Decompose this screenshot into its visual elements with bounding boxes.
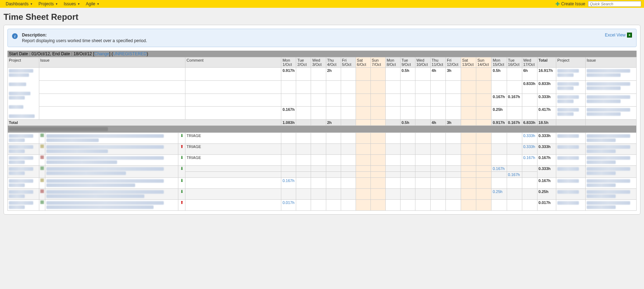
cell-day-15 — [507, 68, 522, 81]
hours-link[interactable]: 0.333h — [523, 134, 535, 138]
total-day-12 — [461, 120, 476, 126]
hours-link[interactable]: 0.167h — [508, 172, 520, 177]
nav-agile[interactable]: Agile▼ — [83, 1, 103, 6]
cell-day-6 — [370, 200, 385, 211]
cell-day-13 — [476, 189, 491, 200]
unregistered-link[interactable]: UNREGISTERED — [113, 51, 146, 56]
cell-day-2 — [311, 178, 326, 189]
timesheet-table: ProjectIssueCommentMon1/OctTue2/OctWed3/… — [7, 57, 637, 211]
cell-day-9 — [415, 178, 430, 189]
cell-day-3 — [326, 189, 341, 200]
row-total: 0.333h — [537, 94, 556, 107]
cell-day-14 — [491, 80, 507, 94]
cell-day-11 — [445, 178, 461, 189]
hours-link[interactable]: 0.167h — [282, 178, 294, 183]
quick-search-input[interactable] — [588, 1, 641, 7]
issue-type-cell — [39, 189, 45, 200]
priority-low-icon: ⬇ — [180, 178, 184, 183]
cell-day-16 — [522, 107, 537, 120]
cell-day-4 — [341, 166, 356, 172]
cell-day-15 — [507, 155, 522, 166]
table-row: ⬇0.167h0.167h — [8, 178, 637, 189]
cell-day-16 — [522, 200, 537, 211]
cell-day-16 — [522, 178, 537, 189]
cell-day-16 — [522, 166, 537, 172]
cell-day-16: 6h — [522, 68, 537, 81]
issue-summary-cell — [45, 133, 178, 144]
cell-day-8 — [400, 80, 415, 94]
issue-right-cell — [585, 107, 636, 120]
total-day-6 — [370, 120, 385, 126]
hours-link[interactable]: 0.167h — [523, 155, 535, 160]
issue-summary-cell — [45, 144, 178, 155]
cell-day-12 — [461, 189, 476, 200]
cell-day-10 — [430, 80, 445, 94]
comment-cell — [185, 178, 281, 189]
table-row: 0.167h0.25h0.417h — [8, 107, 637, 120]
cell-day-3 — [326, 80, 341, 94]
table-row: ⬆TRIAGE0.333h0.333h — [8, 144, 637, 155]
cell-day-14: 0.25h — [491, 189, 507, 200]
th-day-6: Sun7/Oct — [370, 57, 385, 68]
cell-day-13 — [476, 166, 491, 172]
project-cell — [8, 133, 39, 144]
cell-day-3 — [326, 155, 341, 166]
cell-day-7 — [385, 133, 400, 144]
issue-type-cell — [39, 166, 45, 178]
cell-day-1 — [296, 107, 311, 120]
cell-day-4 — [341, 189, 356, 200]
th-day-0: Mon1/Oct — [281, 57, 296, 68]
cell-day-7 — [385, 155, 400, 166]
chevron-down-icon: ▼ — [97, 2, 99, 6]
cell-day-14: 0.5h — [491, 68, 507, 81]
row-total: 0.25h — [537, 189, 556, 200]
cell-day-5 — [356, 200, 370, 211]
create-issue-button[interactable]: ✚ Create Issue — [556, 1, 585, 7]
table-row: ⬇TRIAGE0.333h0.333h — [8, 133, 637, 144]
change-link[interactable]: Change — [94, 51, 109, 56]
priority-cell: ⬆ — [178, 200, 185, 211]
th-day-16: Wed17/Oct — [522, 57, 537, 68]
cell-day-5 — [356, 107, 370, 120]
issue-summary-cell — [45, 178, 178, 189]
project-cell — [8, 178, 39, 189]
cell-day-5 — [356, 133, 370, 144]
issue-right-cell — [585, 166, 636, 178]
issue-type-cell — [39, 133, 45, 144]
cell-day-5 — [356, 94, 370, 107]
cell-day-7 — [385, 200, 400, 211]
table-row: ⬇TRIAGE0.167h0.167h — [8, 155, 637, 166]
cell-day-6 — [370, 68, 385, 81]
th-project-right: Project — [556, 57, 585, 68]
cell-day-12 — [461, 178, 476, 189]
row-total: 0.333h — [537, 133, 556, 144]
cell-day-14: 0.167h — [491, 94, 507, 107]
cell-day-7 — [385, 172, 400, 178]
issue-right-cell — [585, 155, 636, 166]
cell-day-12 — [461, 144, 476, 155]
nav-issues[interactable]: Issues▼ — [61, 1, 83, 6]
table-row: 0.833h0.833h — [8, 80, 637, 94]
cell-day-1 — [296, 144, 311, 155]
total-day-3: 2h — [326, 120, 341, 126]
cell-day-14: 0.25h — [491, 107, 507, 120]
cell-day-10: 4h — [430, 68, 445, 81]
project-right-cell — [556, 166, 585, 178]
priority-cell: ⬇ — [178, 166, 185, 178]
hours-link[interactable]: 0.017h — [282, 200, 294, 205]
cell-day-13 — [476, 200, 491, 211]
cell-day-14 — [491, 144, 507, 155]
nav-projects[interactable]: Projects▼ — [36, 1, 61, 6]
hours-link[interactable]: 0.25h — [493, 189, 502, 194]
hours-link[interactable]: 0.167h — [493, 166, 505, 171]
hours-link[interactable]: 0.333h — [523, 144, 535, 149]
issue-right-cell — [585, 178, 636, 189]
cell-day-3 — [326, 133, 341, 144]
info-box: i Description: Report displaying users w… — [7, 29, 637, 47]
nav-dashboards[interactable]: Dashboards▼ — [3, 1, 36, 6]
th-day-7: Mon8/Oct — [385, 57, 400, 68]
cell-day-6 — [370, 80, 385, 94]
cell-day-15 — [507, 133, 522, 144]
table-row: ⬇0.167h0.333h — [8, 166, 637, 172]
excel-view-link[interactable]: Excel View X — [605, 33, 632, 38]
